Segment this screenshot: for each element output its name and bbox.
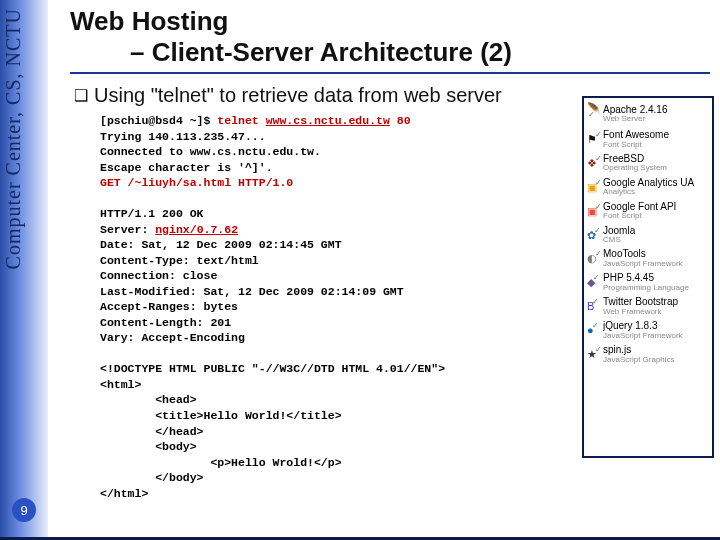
code-line: Content-Type: text/html [100,254,259,267]
code-get-request: GET /~liuyh/sa.html HTTP/1.0 [100,176,293,189]
code-cmd-telnet: telnet [217,114,265,127]
tech-item-category: JavaScript Framework [603,260,710,268]
code-line: </body> [100,471,204,484]
code-line: <title>Hello World!</title> [100,409,342,422]
tech-item-text: jQuery 1.8.3JavaScript Framework [603,321,710,340]
tech-item-name: Font Awesome [603,130,710,141]
tech-item: 🪶✓Apache 2.4.16Web Server [586,102,710,125]
tech-item-category: Font Script [603,212,710,220]
tech-item: ◐✓MooToolsJavaScript Framework [586,248,710,268]
tech-item-text: Google Analytics UAAnalytics [603,178,710,197]
tech-item-category: JavaScript Graphics [603,356,710,364]
joomla-icon: ✿✓ [587,230,599,241]
check-icon: ✓ [595,202,602,211]
tech-item-category: Programming Language [603,284,710,292]
tech-item-category: Analytics [603,188,710,196]
code-line: Vary: Accept-Encoding [100,331,245,344]
code-line: HTTP/1.1 200 OK [100,207,204,220]
tech-item-text: PHP 5.4.45Programming Language [603,273,710,292]
code-line: Server: [100,223,155,236]
twitter-icon: B✓ [587,301,599,312]
tech-item: ▣✓Google Font APIFont Script [586,201,710,221]
mootools-icon: ◐✓ [587,253,599,264]
tech-item: B✓Twitter BootstrapWeb Framework [586,296,710,316]
tech-item-category: CMS [603,236,710,244]
check-icon: ✓ [595,130,602,139]
code-line: <p>Hello Wrold!</p> [100,456,342,469]
slide-title-line1: Web Hosting [70,6,710,37]
check-icon: ✓ [594,226,601,235]
google-icon: ▣✓ [587,206,599,217]
php-icon: ◆✓ [587,277,599,288]
check-icon: ✓ [595,154,602,163]
jquery-icon: ●✓ [587,325,599,336]
tech-item-text: Google Font APIFont Script [603,202,710,221]
freebsd-icon: ❖✓ [587,158,599,169]
code-line: Accept-Ranges: bytes [100,300,238,313]
left-sidebar: Computer Center, CS, NCTU 9 [0,0,48,540]
bullet-marker: ❑ [74,87,88,104]
code-line: Trying 140.113.235.47... [100,130,266,143]
code-host: www.cs.nctu.edu.tw [266,114,390,127]
code-line: </head> [100,425,204,438]
check-icon: ✓ [592,297,599,306]
page-number-badge: 9 [12,498,36,522]
tech-item: ❖✓FreeBSDOperating System [586,153,710,173]
tech-item-text: Font AwesomeFont Script [603,130,710,149]
tech-item-category: JavaScript Framework [603,332,710,340]
tech-item: ✿✓JoomlaCMS [586,225,710,245]
code-line: Content-Length: 201 [100,316,231,329]
tech-item-text: spin.jsJavaScript Graphics [603,345,710,364]
tech-item-text: Twitter BootstrapWeb Framework [603,297,710,316]
tech-item: ▣✓Google Analytics UAAnalytics [586,177,710,197]
tech-item-category: Operating System [603,164,710,172]
check-icon: ✓ [595,178,602,187]
code-line: Last-Modified: Sat, 12 Dec 2009 02:14:09… [100,285,404,298]
check-icon: ✓ [592,321,599,330]
tech-item-text: FreeBSDOperating System [603,154,710,173]
tech-item-category: Web Framework [603,308,710,316]
code-port: 80 [390,114,411,127]
tech-item: ⚑✓Font AwesomeFont Script [586,129,710,149]
slide-title-line2: – Client-Server Architecture (2) [130,37,710,68]
tech-item-category: Web Server [603,115,710,123]
tech-item-text: Apache 2.4.16Web Server [603,105,710,124]
bullet-text: Using "telnet" to retrieve data from web… [94,84,502,106]
tech-item-category: Font Script [603,141,710,149]
tech-item: ●✓jQuery 1.8.3JavaScript Framework [586,320,710,340]
tech-item-name: spin.js [603,345,710,356]
code-line: Date: Sat, 12 Dec 2009 02:14:45 GMT [100,238,342,251]
tech-item-text: MooToolsJavaScript Framework [603,249,710,268]
tech-item: ◆✓PHP 5.4.45Programming Language [586,272,710,292]
check-icon: ✓ [595,345,602,354]
google-icon: ▣✓ [587,182,599,193]
check-icon: ✓ [595,249,602,258]
check-icon: ✓ [588,110,595,119]
spin.js-icon: ★✓ [587,349,599,360]
code-server-version: nginx/0.7.62 [155,223,238,236]
code-line: Escape character is '^]'. [100,161,273,174]
code-line: <head> [100,393,197,406]
font-icon: ⚑✓ [587,134,599,145]
code-line: <!DOCTYPE HTML PUBLIC "-//W3C//DTD HTML … [100,362,445,375]
code-line: Connected to www.cs.nctu.edu.tw. [100,145,321,158]
code-prompt: [pschiu@bsd4 ~]$ [100,114,217,127]
code-line: <body> [100,440,197,453]
check-icon: ✓ [593,273,600,282]
code-line: <html> [100,378,141,391]
sidebar-org-label: Computer Center, CS, NCTU [2,8,25,269]
code-line: Connection: close [100,269,217,282]
tech-panel: 🪶✓Apache 2.4.16Web Server⚑✓Font AwesomeF… [582,96,714,458]
code-line: </html> [100,487,148,500]
tech-item-text: JoomlaCMS [603,226,710,245]
title-underline [70,72,710,74]
tech-item: ★✓spin.jsJavaScript Graphics [586,344,710,364]
apache-icon: 🪶✓ [587,103,599,125]
